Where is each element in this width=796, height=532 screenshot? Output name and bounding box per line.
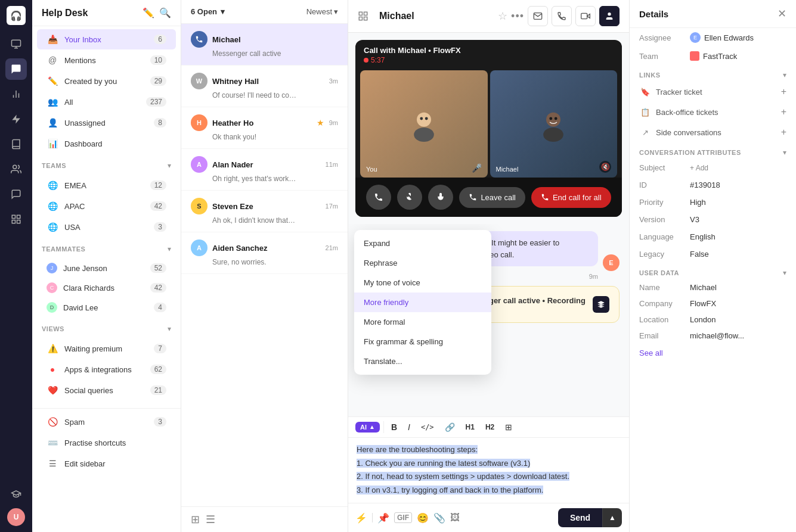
header-video-btn[interactable] <box>575 6 596 26</box>
ctrl-mute-call-btn[interactable] <box>397 185 422 210</box>
nav-icon-team[interactable] <box>5 158 27 180</box>
sidebar-item-emea[interactable]: 🌐 EMEA 12 <box>37 175 176 195</box>
see-all-btn[interactable]: See all <box>630 344 796 362</box>
conv-item-alan[interactable]: A Alan Nader 11m Oh right, yes that's wo… <box>181 149 348 191</box>
sidebar-item-clara[interactable]: C Clara Richards 42 <box>37 278 176 297</box>
sidebar-item-inbox[interactable]: 📥 Your Inbox 6 <box>37 29 176 49</box>
sidebar-david-count: 4 <box>154 303 166 312</box>
conv-sort-button[interactable]: Newest ▾ <box>306 7 338 16</box>
sidebar-item-unassigned[interactable]: 👤 Unassigned 8 <box>37 113 176 133</box>
conv-item-michael[interactable]: Michael Messenger call active <box>181 24 348 66</box>
header-star-icon[interactable]: ☆ <box>498 10 507 23</box>
call-controls: Leave call End call for all <box>355 178 622 217</box>
sidebar-item-spam[interactable]: 🚫 Spam 3 <box>37 412 176 432</box>
context-menu-expand[interactable]: Expand <box>354 234 491 253</box>
nav-icon-graduation[interactable] <box>5 483 27 505</box>
nav-icon-reports[interactable] <box>5 83 27 105</box>
side-conv-add-btn[interactable]: + <box>781 127 786 138</box>
conv-toolbar-columns-icon[interactable]: ⊞ <box>191 513 200 526</box>
context-menu-tone[interactable]: My tone of voice <box>354 273 491 293</box>
header-profile-btn[interactable] <box>599 6 620 26</box>
backoffice-add-btn[interactable]: + <box>781 107 786 117</box>
ctrl-dial-btn[interactable] <box>366 185 391 210</box>
sidebar-item-june[interactable]: J June Jenson 52 <box>37 259 176 278</box>
leave-call-btn[interactable]: Leave call <box>459 187 525 208</box>
conv-item-whitney[interactable]: W Whitney Hall 3m Of course! I'll need t… <box>181 66 348 107</box>
sidebar-item-edit[interactable]: ☰ Edit sidebar <box>37 453 176 474</box>
nav-icon-bolt[interactable] <box>5 108 27 130</box>
context-menu-rephrase[interactable]: Rephrase <box>354 253 491 273</box>
nav-icon-conversations[interactable] <box>5 58 27 80</box>
search-icon[interactable]: 🔍 <box>159 7 171 18</box>
details-row-priority: Priority High <box>630 194 796 211</box>
toolbar-link-btn[interactable]: 🔗 <box>441 421 459 434</box>
send-btn[interactable]: Send <box>558 508 602 527</box>
views-section-header: VIEWS ▾ <box>32 320 181 335</box>
conv-item-heather[interactable]: H Heather Ho ★ 9m Ok thank you! <box>181 107 348 149</box>
social-icon: ❤️ <box>47 384 58 396</box>
editor-icon-emoji[interactable]: 😊 <box>417 512 429 524</box>
toolbar-code-btn[interactable]: </> <box>417 421 438 433</box>
header-email-btn[interactable] <box>528 6 548 26</box>
toolbar-italic-btn[interactable]: I <box>404 421 414 434</box>
sidebar-item-all[interactable]: 👥 All 237 <box>37 92 176 112</box>
toolbar-h2-btn[interactable]: H2 <box>482 421 498 433</box>
header-call-btn[interactable] <box>552 6 572 26</box>
views-collapse-icon[interactable]: ▾ <box>168 325 171 333</box>
conv-avatar-whitney: W <box>191 73 207 89</box>
context-menu-friendly[interactable]: More friendly <box>354 293 491 312</box>
user-data-row-name: Name Michael <box>630 279 796 295</box>
editor-icon-gif[interactable]: GIF <box>394 512 412 523</box>
sidebar-item-apps[interactable]: ● Apps & integrations 62 <box>37 359 176 379</box>
header-more-icon[interactable]: ••• <box>511 10 524 23</box>
user-avatar[interactable]: U <box>7 508 25 526</box>
context-menu-translate[interactable]: Translate... <box>354 351 491 371</box>
conv-item-steven[interactable]: S Steven Eze 17m Ah ok, I didn't know th… <box>181 191 348 232</box>
conv-filter-button[interactable]: 6 Open ▾ <box>191 7 225 16</box>
teams-collapse-icon[interactable]: ▾ <box>168 161 171 170</box>
ctrl-mic-btn[interactable] <box>428 185 453 210</box>
user-data-collapse-icon[interactable]: ▾ <box>783 269 786 277</box>
sidebar-item-david[interactable]: D David Lee 4 <box>37 298 176 317</box>
editor-icon-bolt[interactable]: ⚡ <box>355 512 367 524</box>
context-menu-grammar[interactable]: Fix grammar & spelling <box>354 332 491 351</box>
editor-line-4: 3. If on v3.1, try logging off and back … <box>357 484 621 497</box>
conv-preview-heather: Ok thank you! <box>191 133 338 141</box>
conv-avatar-steven: S <box>191 198 207 214</box>
sidebar-item-dashboard[interactable]: 📊 Dashboard <box>37 133 176 154</box>
editor-icon-attach[interactable]: 📎 <box>433 512 445 524</box>
nav-icon-chat[interactable] <box>5 183 27 205</box>
details-close-btn[interactable]: ✕ <box>778 7 786 20</box>
links-collapse-icon[interactable]: ▾ <box>783 71 786 79</box>
nav-icon-inbox[interactable] <box>5 33 27 55</box>
text-editor[interactable]: Here are the troubleshooting steps: 1. C… <box>348 437 629 503</box>
nav-icon-book[interactable] <box>5 133 27 155</box>
conv-toolbar-list-icon[interactable]: ☰ <box>206 513 215 526</box>
tracker-add-btn[interactable]: + <box>781 86 786 97</box>
sidebar-item-usa[interactable]: 🌐 USA 3 <box>37 217 176 237</box>
teammates-collapse-icon[interactable]: ▾ <box>168 245 171 253</box>
sidebar-item-apac[interactable]: 🌐 APAC 42 <box>37 196 176 216</box>
end-call-btn[interactable]: End call for all <box>531 187 611 208</box>
ai-toolbar-btn[interactable]: AI ▲ <box>355 422 380 433</box>
ai-label: AI <box>360 424 367 431</box>
toolbar-h1-btn[interactable]: H1 <box>462 421 478 433</box>
conv-item-aiden[interactable]: A Aiden Sanchez 21m Sure, no worries. <box>181 232 348 274</box>
details-row-version: Version V3 <box>630 211 796 228</box>
send-arrow-btn[interactable]: ▲ <box>602 508 622 527</box>
sidebar-item-mentions[interactable]: @ Mentions 10 <box>37 50 176 70</box>
sidebar-item-waiting[interactable]: ⚠️ Waiting premium 7 <box>37 338 176 359</box>
sidebar-item-shortcuts[interactable]: ⌨️ Practise shortcuts <box>37 433 176 453</box>
subject-add-btn[interactable]: + Add <box>690 164 708 172</box>
context-menu-formal[interactable]: More formal <box>354 312 491 332</box>
conv-attr-collapse-icon[interactable]: ▾ <box>783 148 786 157</box>
nav-icon-apps[interactable] <box>5 209 27 230</box>
sidebar-all-count: 237 <box>146 97 166 107</box>
toolbar-bold-btn[interactable]: B <box>388 421 401 434</box>
sidebar-item-social[interactable]: ❤️ Social queries 21 <box>37 380 176 400</box>
editor-icon-pin[interactable]: 📌 <box>377 512 389 524</box>
toolbar-more-btn[interactable]: ⊞ <box>501 421 516 434</box>
compose-icon[interactable]: ✏️ <box>143 7 154 18</box>
sidebar-item-created[interactable]: ✏️ Created by you 29 <box>37 71 176 91</box>
editor-icon-image[interactable]: 🖼 <box>450 512 460 523</box>
